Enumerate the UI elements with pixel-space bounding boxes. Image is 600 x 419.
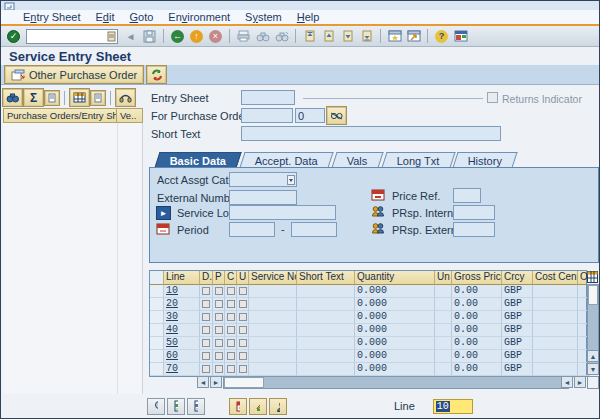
u-checkbox-cell[interactable] <box>237 350 249 363</box>
menu-entry-sheet[interactable]: Entry Sheet <box>23 11 81 23</box>
find-line-button[interactable] <box>147 398 165 415</box>
prsp-intern-input[interactable] <box>453 205 495 220</box>
un-cell[interactable] <box>435 285 452 298</box>
other-purchase-order-button[interactable]: Other Purchase Order <box>5 66 143 83</box>
tab-long-txt[interactable]: Long Txt <box>381 152 455 168</box>
u-checkbox[interactable] <box>239 313 247 321</box>
line-input[interactable]: 10 <box>433 399 473 414</box>
menu-edit[interactable]: Edit <box>96 11 115 23</box>
menu-help[interactable]: Help <box>297 11 320 23</box>
crcy-cell[interactable]: GBP <box>502 285 533 298</box>
find-entry-sheet-button[interactable] <box>3 89 22 106</box>
first-page-button[interactable] <box>301 28 318 44</box>
row-selector[interactable] <box>150 285 164 298</box>
scroll-right-button[interactable]: ► <box>210 376 222 388</box>
menu-goto[interactable]: Goto <box>129 11 153 23</box>
quantity-cell[interactable]: 0.000 <box>355 350 435 363</box>
u-checkbox-cell[interactable] <box>237 324 249 337</box>
table-horizontal-scrollbar[interactable] <box>223 376 569 389</box>
row-selector[interactable] <box>150 337 164 350</box>
col-header-un[interactable]: Un <box>435 271 452 285</box>
short-text-cell[interactable] <box>297 298 355 311</box>
gross-price-cell[interactable]: 0.00 <box>452 363 502 376</box>
d-checkbox-cell[interactable] <box>200 298 213 311</box>
entry-sheet-input[interactable] <box>241 90 295 105</box>
d-checkbox[interactable] <box>202 365 210 373</box>
crcy-cell[interactable]: GBP <box>502 324 533 337</box>
find-next-button[interactable] <box>273 28 290 44</box>
c-checkbox[interactable] <box>227 300 235 308</box>
c-checkbox[interactable] <box>227 287 235 295</box>
short-text-cell[interactable] <box>297 324 355 337</box>
col-header-line[interactable]: Line <box>164 271 200 285</box>
line-number-cell[interactable]: 10 <box>164 285 200 298</box>
crcy-cell[interactable]: GBP <box>502 363 533 376</box>
short-text-cell[interactable] <box>297 337 355 350</box>
u-checkbox-cell[interactable] <box>237 298 249 311</box>
menu-system[interactable]: System <box>245 11 282 23</box>
p-checkbox-cell[interactable] <box>213 298 225 311</box>
table-detail-button[interactable] <box>91 91 105 105</box>
p-checkbox-cell[interactable] <box>213 285 225 298</box>
c-checkbox-cell[interactable] <box>225 324 237 337</box>
back-button[interactable]: ← <box>169 28 186 44</box>
po-item-input[interactable] <box>295 108 325 123</box>
row-selector[interactable] <box>150 311 164 324</box>
p-checkbox[interactable] <box>215 326 223 334</box>
cost-center-cell[interactable] <box>533 298 578 311</box>
crcy-cell[interactable]: GBP <box>502 337 533 350</box>
left-panel-tree[interactable] <box>3 123 143 394</box>
service-selection-help-button[interactable] <box>116 89 135 106</box>
c-checkbox[interactable] <box>227 352 235 360</box>
short-text-cell[interactable] <box>297 350 355 363</box>
exit-button[interactable]: ↑ <box>188 28 205 44</box>
enter-button[interactable]: ✓ <box>5 28 22 44</box>
tab-accept-data[interactable]: Accept. Data <box>240 152 334 168</box>
c-checkbox-cell[interactable] <box>225 285 237 298</box>
quantity-cell[interactable]: 0.000 <box>355 337 435 350</box>
p-checkbox-cell[interactable] <box>213 337 225 350</box>
c-checkbox-cell[interactable] <box>225 298 237 311</box>
tab-basic-data[interactable]: Basic Data <box>154 152 241 168</box>
service-no-cell[interactable] <box>249 311 297 324</box>
col-header-p[interactable]: P <box>213 271 225 285</box>
scroll-down-button[interactable]: ▼ <box>587 363 599 375</box>
short-text-input[interactable] <box>241 126 501 141</box>
p-checkbox[interactable] <box>215 339 223 347</box>
row-selector[interactable] <box>150 298 164 311</box>
u-checkbox-cell[interactable] <box>237 311 249 324</box>
cost-center-cell[interactable] <box>533 350 578 363</box>
acct-assgt-combo[interactable] <box>229 172 297 187</box>
un-cell[interactable] <box>435 324 452 337</box>
cost-center-cell[interactable] <box>533 363 578 376</box>
col-header-d[interactable]: D.. <box>200 271 213 285</box>
vscroll-thumb[interactable] <box>588 285 598 305</box>
new-session-button[interactable] <box>386 28 403 44</box>
un-cell[interactable] <box>435 298 452 311</box>
command-input[interactable] <box>26 29 118 44</box>
d-checkbox-cell[interactable] <box>200 363 213 376</box>
price-ref-input[interactable] <box>453 188 481 203</box>
service-no-cell[interactable] <box>249 337 297 350</box>
d-checkbox-cell[interactable] <box>200 285 213 298</box>
quantity-cell[interactable]: 0.000 <box>355 311 435 324</box>
returns-indicator-checkbox[interactable] <box>487 92 498 103</box>
service-loc-input[interactable] <box>229 205 336 220</box>
d-checkbox[interactable] <box>202 313 210 321</box>
cost-center-cell[interactable] <box>533 311 578 324</box>
hscroll-thumb[interactable] <box>224 377 264 388</box>
crcy-cell[interactable]: GBP <box>502 298 533 311</box>
display-po-button[interactable] <box>327 107 346 124</box>
cost-center-cell[interactable] <box>533 337 578 350</box>
refresh-button[interactable] <box>147 66 166 83</box>
col-header-gross-price[interactable]: Gross Price <box>452 271 502 285</box>
external-number-input[interactable] <box>229 190 297 205</box>
c-checkbox-cell[interactable] <box>225 350 237 363</box>
u-checkbox[interactable] <box>239 287 247 295</box>
un-cell[interactable] <box>435 350 452 363</box>
d-checkbox[interactable] <box>202 326 210 334</box>
d-checkbox-cell[interactable] <box>200 324 213 337</box>
un-cell[interactable] <box>435 363 452 376</box>
row-selector[interactable] <box>150 350 164 363</box>
c-checkbox-cell[interactable] <box>225 337 237 350</box>
